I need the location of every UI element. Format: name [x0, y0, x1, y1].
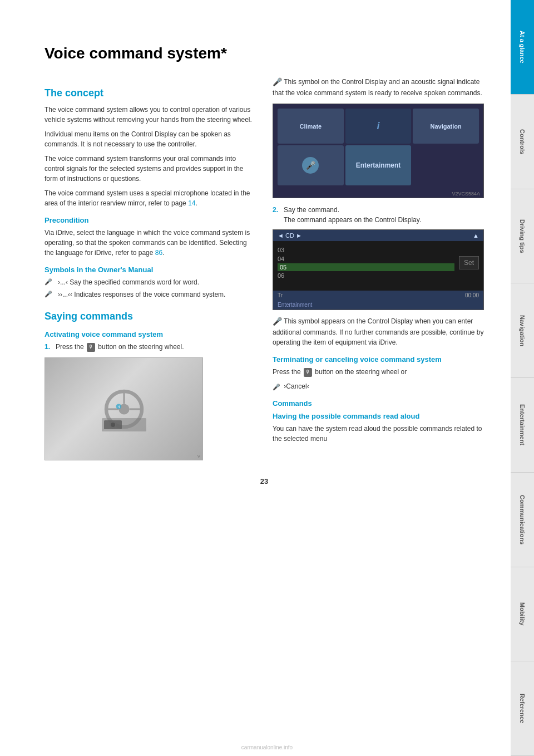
- mic-button: 🎤: [302, 157, 319, 174]
- page-container: Voice command system* The concept The vo…: [0, 0, 534, 756]
- terminating-title: Terminating or canceling voice command s…: [273, 355, 484, 364]
- sidebar-tab-communications[interactable]: Communications: [511, 473, 534, 567]
- concept-section: The concept The voice command system all…: [44, 87, 256, 208]
- button-icon: 🎙: [87, 343, 95, 352]
- symbols-title: Symbols in the Owner's Manual: [44, 266, 256, 274]
- response-symbol-icon: 🎤: [44, 289, 55, 300]
- nav-screen-grid: Climate i Navigation 🎤 Entertainment: [273, 104, 483, 190]
- having-commands-text: You can have the system read aloud the p…: [273, 424, 484, 444]
- nav-cell-empty: [413, 145, 479, 185]
- sidebar-tab-navigation[interactable]: Navigation: [511, 283, 534, 378]
- sidebar-tab-at-a-glance[interactable]: At a glance: [511, 0, 534, 95]
- saying-commands-section: Saying commands Activating voice command…: [44, 311, 256, 460]
- cd-footer: Tr 00:00: [273, 291, 483, 300]
- activating-title: Activating voice command system: [44, 330, 256, 338]
- mic-icon: 🎤: [306, 161, 315, 170]
- sidebar-tab-driving-tips[interactable]: Driving tips: [511, 189, 534, 284]
- concept-para-2: Individual menu items on the Control Dis…: [44, 129, 256, 149]
- mic-symbol-icon: 🎤: [44, 277, 55, 287]
- concept-para-1: The voice command system allows you to c…: [44, 105, 256, 125]
- cd-time: 00:00: [465, 292, 479, 298]
- car-interior-image: 🎙 V: [44, 357, 203, 460]
- cd-header-text: ◄ CD ►: [278, 232, 302, 239]
- main-content: Voice command system* The concept The vo…: [0, 0, 501, 756]
- saying-commands-title: Saying commands: [44, 311, 256, 322]
- cd-items-row: 03 04 05 06 Set: [278, 246, 479, 280]
- nav-cell-info: i: [345, 109, 412, 144]
- cd-item-03: 03: [278, 246, 454, 254]
- symbol-item-1: 🎤 ›...‹ Say the specified commands word …: [44, 277, 256, 287]
- cd-screen: ◄ CD ► ▲ 03 04 05 06: [273, 229, 484, 310]
- cd-set-button: Set: [459, 256, 479, 269]
- nav-cell-climate: Climate: [278, 109, 344, 144]
- car-image-inner: 🎙: [45, 358, 202, 460]
- sidebar-tab-mobility[interactable]: Mobility: [511, 567, 534, 662]
- cd-screen-inner: ◄ CD ► ▲ 03 04 05 06: [273, 230, 483, 310]
- cd-track-label: Tr: [278, 292, 283, 298]
- terminating-section: Terminating or canceling voice command s…: [273, 355, 484, 391]
- step-1: 1. Press the 🎙 button on the steering wh…: [44, 342, 256, 352]
- symbol-text-2: ››...‹‹ Indicates responses of the voice…: [58, 289, 225, 300]
- cd-list: 03 04 05 06 Set: [273, 241, 483, 291]
- two-column-layout: The concept The voice command system all…: [44, 76, 484, 460]
- commands-section: Commands Having the possible commands re…: [273, 399, 484, 444]
- precondition-section: Precondition Via iDrive, select the lang…: [44, 216, 256, 258]
- step-2-num: 2.: [273, 205, 280, 225]
- nav-screen: Climate i Navigation 🎤 Entertainment V2V…: [273, 104, 484, 198]
- cd-items: 03 04 05 06: [278, 246, 454, 280]
- additional-icon: 🎤: [273, 317, 282, 326]
- symbol-item-2: 🎤 ››...‹‹ Indicates responses of the voi…: [44, 289, 256, 300]
- page-link-14[interactable]: 14: [188, 199, 195, 207]
- page-number: 23: [44, 477, 484, 485]
- svg-point-10: [111, 423, 115, 427]
- screen-label-1: V2VCS584A: [273, 190, 483, 198]
- symbol-text-1: ›...‹ Say the specified commands word fo…: [58, 277, 199, 287]
- symbol-description: 🎤 This symbol on the Control Display and…: [273, 76, 484, 98]
- additional-commands-text: 🎤 This symbol appears on the Control Dis…: [273, 316, 484, 347]
- cd-item-04: 04: [278, 254, 454, 263]
- mic-small-icon: 🎤: [273, 382, 280, 392]
- cd-header: ◄ CD ► ▲: [273, 230, 483, 241]
- steering-wheel-svg: 🎙: [102, 387, 146, 431]
- symbol-desc-text: 🎤 This symbol on the Control Display and…: [273, 76, 484, 98]
- cd-item-05: 05: [278, 263, 454, 271]
- nav-cell-mic: 🎤: [278, 145, 344, 185]
- page-link-86[interactable]: 86: [155, 249, 162, 257]
- precondition-text: Via iDrive, select the language in which…: [44, 228, 256, 258]
- step-2-text: Say the command.The command appears on t…: [284, 205, 421, 225]
- svg-text:🎙: 🎙: [117, 405, 121, 408]
- cd-item-06: 06: [278, 271, 454, 280]
- cd-entertainment-label: Entertainment: [273, 300, 483, 310]
- concept-title: The concept: [44, 87, 256, 99]
- cd-scroll-up: ▲: [473, 232, 479, 239]
- concept-para-4: The voice command system uses a special …: [44, 188, 256, 208]
- left-column: The concept The voice command system all…: [44, 76, 256, 460]
- nav-cell-entertainment: Entertainment: [345, 145, 412, 185]
- voice-ready-icon: 🎤: [273, 77, 282, 86]
- concept-para-3: The voice command system transforms your…: [44, 154, 256, 184]
- screen-label-2: V2VC5285A: [273, 310, 483, 310]
- sidebar-tab-entertainment[interactable]: Entertainment: [511, 378, 534, 473]
- step-2: 2. Say the command.The command appears o…: [273, 205, 484, 225]
- right-sidebar: At a glance Controls Driving tips Naviga…: [511, 0, 534, 756]
- sidebar-tab-controls[interactable]: Controls: [511, 95, 534, 189]
- right-column: 🎤 This symbol on the Control Display and…: [273, 76, 484, 460]
- sidebar-tab-reference[interactable]: Reference: [511, 661, 534, 756]
- having-commands-title: Having the possible commands read aloud: [273, 412, 484, 420]
- nav-cell-navigation: Navigation: [413, 109, 479, 144]
- image-label: V: [197, 454, 200, 459]
- step-1-num: 1.: [44, 342, 52, 352]
- symbols-section: Symbols in the Owner's Manual 🎤 ›...‹ Sa…: [44, 266, 256, 300]
- page-title: Voice command system*: [44, 45, 484, 62]
- watermark: carmanualonline.info: [241, 744, 293, 750]
- precondition-title: Precondition: [44, 216, 256, 224]
- terminating-text: Press the 🎙 button on the steering wheel…: [273, 367, 484, 377]
- terminating-cancel: 🎤 ›Cancel‹: [273, 381, 484, 391]
- term-button-icon: 🎙: [304, 368, 312, 377]
- commands-title: Commands: [273, 399, 484, 408]
- step-1-text: Press the 🎙 button on the steering wheel…: [56, 342, 184, 352]
